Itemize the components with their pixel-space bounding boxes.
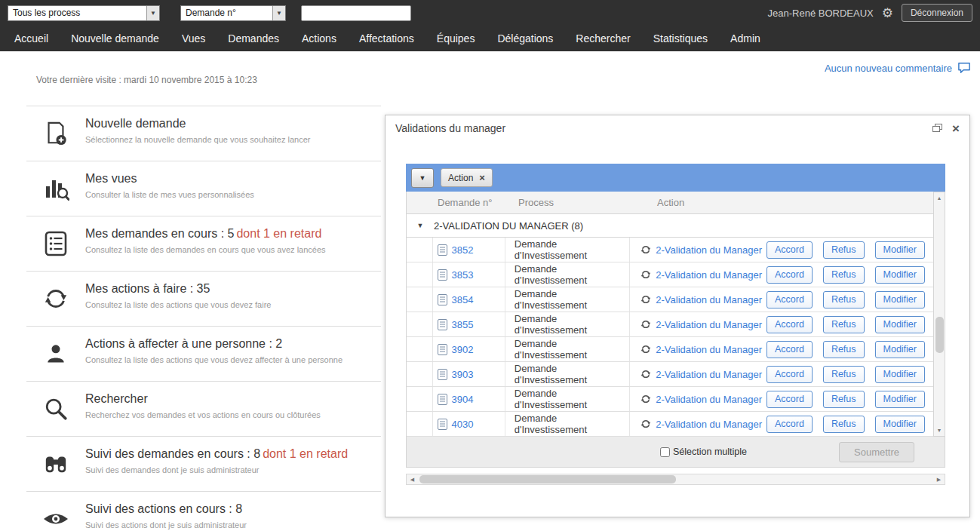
demande-filter-select[interactable]: Demande n° ▼	[180, 5, 286, 21]
table-row: 3853 Demande d'Investissement	[407, 262, 933, 287]
action-step-link[interactable]: 2-Validation du Manager	[656, 344, 762, 355]
demande-number-link[interactable]: 3854	[452, 294, 474, 305]
comments-link[interactable]: Aucun nouveau commentaire	[825, 62, 971, 74]
action-step-link[interactable]: 2-Validation du Manager	[656, 394, 762, 405]
menu-item-rechercher[interactable]: Rechercher Recherchez vos demandes et vo…	[26, 382, 381, 437]
document-icon	[438, 344, 447, 355]
nav-item[interactable]: Demandes	[217, 26, 290, 51]
column-header-demande[interactable]: Demande n°	[434, 197, 509, 208]
document-icon	[438, 419, 447, 430]
menu-item-mes-demandes[interactable]: Mes demandes en cours : 5dont 1 en retar…	[26, 216, 381, 272]
horizontal-scrollbar[interactable]: ◀ ▶	[406, 474, 945, 485]
process-cell: Demande d'Investissement	[505, 387, 631, 411]
menu-item-suivi-actions[interactable]: Suivi des actions en cours : 8 Suivi des…	[26, 492, 381, 531]
document-icon	[438, 369, 447, 380]
menu-item-subtitle: Consultez la liste des actions que vous …	[85, 300, 271, 309]
action-step-link[interactable]: 2-Validation du Manager	[656, 419, 762, 430]
accord-button[interactable]: Accord	[766, 316, 813, 333]
nav-item[interactable]: Actions	[290, 26, 348, 51]
accord-button[interactable]: Accord	[766, 291, 813, 308]
demande-number-link[interactable]: 3902	[452, 344, 474, 355]
table-row: 3904 Demande d'Investissement	[407, 387, 933, 412]
modifier-button[interactable]: Modifier	[875, 366, 925, 383]
action-step-link[interactable]: 2-Validation du Manager	[656, 294, 762, 305]
demande-number-link[interactable]: 3853	[452, 269, 474, 281]
vertical-scroll-thumb[interactable]	[935, 317, 944, 353]
scroll-down-icon[interactable]: ▼	[934, 425, 945, 436]
horizontal-scroll-thumb[interactable]	[419, 475, 676, 483]
nav-item[interactable]: Affectations	[348, 26, 425, 51]
modifier-button[interactable]: Modifier	[875, 291, 925, 308]
nav-item[interactable]: Équipes	[425, 26, 487, 51]
refus-button[interactable]: Refus	[823, 291, 865, 308]
menu-item-mes-vues[interactable]: Mes vues Consulter la liste de mes vues …	[26, 161, 381, 216]
refus-button[interactable]: Refus	[823, 391, 865, 408]
menu-item-alert: dont 1 en retard	[263, 447, 348, 460]
nav-item[interactable]: Nouvelle demande	[60, 26, 171, 51]
logout-button[interactable]: Déconnexion	[902, 4, 972, 22]
multi-select-checkbox[interactable]	[660, 447, 670, 457]
accord-button[interactable]: Accord	[766, 416, 813, 433]
demande-number-link[interactable]: 3855	[452, 319, 474, 330]
nav-item[interactable]: Rechercher	[564, 26, 641, 51]
column-header-process[interactable]: Process	[509, 197, 639, 208]
column-header-action[interactable]: Action	[639, 197, 933, 208]
action-step-link[interactable]: 2-Validation du Manager	[656, 319, 762, 330]
menu-item-subtitle: Consultez la liste des demandes en cours…	[85, 245, 326, 254]
modifier-button[interactable]: Modifier	[875, 416, 925, 433]
nav-item[interactable]: Statistiques	[642, 26, 719, 51]
popout-window-icon[interactable]	[932, 124, 942, 133]
accord-button[interactable]: Accord	[766, 341, 813, 358]
refus-button[interactable]: Refus	[823, 416, 865, 433]
menu-item-actions-affecter[interactable]: Actions à affecter à une personne : 2 Co…	[26, 327, 381, 382]
menu-item-mes-actions[interactable]: Mes actions à faire : 35 Consultez la li…	[26, 272, 381, 327]
document-icon	[438, 394, 447, 405]
accord-button[interactable]: Accord	[766, 241, 813, 259]
demande-number-link[interactable]: 3904	[452, 394, 474, 405]
filter-dropdown-button[interactable]: ▼	[411, 168, 434, 188]
modifier-button[interactable]: Modifier	[875, 241, 925, 259]
scroll-right-icon[interactable]: ▶	[933, 474, 945, 484]
refus-button[interactable]: Refus	[823, 366, 865, 383]
views-chart-icon	[26, 161, 85, 216]
nav-item[interactable]: Admin	[719, 26, 772, 51]
action-step-link[interactable]: 2-Validation du Manager	[656, 269, 762, 281]
content-area: Votre dernière visite : mardi 10 novembr…	[0, 51, 980, 531]
collapse-group-icon[interactable]: ▼	[407, 222, 434, 229]
demande-number-link[interactable]: 4030	[452, 419, 474, 430]
vertical-scroll-track[interactable]	[934, 204, 945, 425]
action-step-link[interactable]: 2-Validation du Manager	[656, 369, 762, 380]
action-step-link[interactable]: 2-Validation du Manager	[656, 244, 762, 256]
nav-item[interactable]: Accueil	[3, 26, 60, 51]
topbar-search-input[interactable]	[301, 5, 411, 21]
demande-number-link[interactable]: 3903	[452, 369, 474, 380]
modifier-button[interactable]: Modifier	[875, 391, 925, 408]
accord-button[interactable]: Accord	[766, 266, 813, 284]
settings-gear-icon[interactable]: ⚙	[882, 7, 893, 20]
document-icon	[438, 269, 447, 281]
refus-button[interactable]: Refus	[823, 241, 865, 259]
modifier-button[interactable]: Modifier	[875, 341, 925, 358]
accord-button[interactable]: Accord	[766, 366, 813, 383]
close-icon[interactable]: ×	[952, 122, 960, 135]
menu-item-suivi-demandes[interactable]: Suivi des demandes en cours : 8dont 1 en…	[26, 437, 381, 492]
refus-button[interactable]: Refus	[823, 316, 865, 333]
nav-item[interactable]: Délégations	[486, 26, 564, 51]
submit-button[interactable]: Soumettre	[839, 442, 914, 462]
process-filter-select[interactable]: Tous les process ▼	[8, 5, 160, 21]
modifier-button[interactable]: Modifier	[875, 266, 925, 284]
table-row: 3903 Demande d'Investissement	[407, 362, 933, 387]
accord-button[interactable]: Accord	[766, 391, 813, 408]
refus-button[interactable]: Refus	[823, 266, 865, 284]
menu-item-nouvelle-demande[interactable]: Nouvelle demande Sélectionnez la nouvell…	[26, 106, 381, 161]
panel-header: Validations du manager ×	[386, 115, 969, 141]
scroll-up-icon[interactable]: ▲	[934, 192, 945, 204]
scroll-left-icon[interactable]: ◀	[407, 474, 418, 484]
remove-filter-icon[interactable]: ×	[479, 173, 485, 183]
modifier-button[interactable]: Modifier	[875, 316, 925, 333]
vertical-scrollbar[interactable]: ▲ ▼	[934, 192, 945, 437]
demande-number-link[interactable]: 3852	[452, 244, 474, 256]
horizontal-scroll-track[interactable]	[418, 474, 933, 484]
nav-item[interactable]: Vues	[171, 26, 217, 51]
refus-button[interactable]: Refus	[823, 341, 865, 358]
